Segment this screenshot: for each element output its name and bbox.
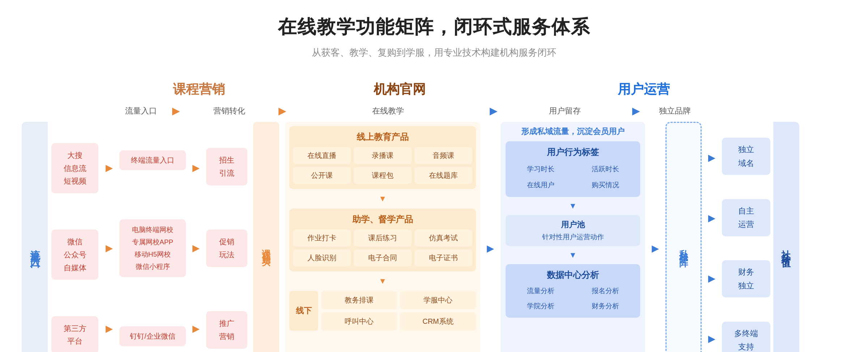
online-edu-cell-4: 公开课: [293, 167, 351, 184]
marketing-arrow-1: ▶: [192, 162, 200, 173]
marketing-tactic-2: 促销玩法: [206, 229, 247, 267]
course-buy-col: 课程购买: [253, 122, 279, 352]
retention-top-text: 形成私域流量，沉淀会员用户: [506, 126, 640, 137]
study-cell-2: 课后练习: [354, 229, 412, 246]
marketing-tactic-3: 推广营销: [206, 311, 247, 348]
arrow-4: ▶: [632, 105, 640, 117]
course-buy-label: 课程购买: [260, 242, 272, 254]
flow-step-2: 营销转化: [182, 106, 276, 116]
traffic-arrow-1: ▶: [106, 162, 113, 173]
arrow-2: ▶: [278, 105, 286, 117]
section-header-official: 机构官网: [282, 81, 517, 98]
marketing-arrow-col: ▶ ▶ ▶: [189, 122, 203, 352]
behavior-tag-title: 用户行为标签: [509, 146, 637, 158]
section-header-user-ops: 用户运营: [517, 81, 770, 98]
study-cell-4: 人脸识别: [293, 249, 351, 266]
offline-cell-2: 学服中心: [400, 291, 476, 309]
behavior-cell-1: 学习时长: [509, 162, 572, 176]
study-support-box: 助学、督学产品 作业打卡 课后练习 仿真考试 人脸识别 电子合同 电子证书: [289, 209, 476, 271]
online-edu-title: 线上教育产品: [293, 131, 472, 143]
traffic-col: 大搜信息流短视频 微信公众号自媒体 第三方平台: [48, 122, 102, 352]
behavior-cell-2: 活跃时长: [574, 162, 637, 176]
brand-arrow-4: ▶: [708, 333, 715, 344]
offline-cell-3: 呼叫中心: [321, 312, 397, 331]
user-pool-sub: 针对性用户运营动作: [509, 232, 637, 242]
left-label-col: 流量入口: [22, 122, 48, 352]
brand-arrow-1: ▶: [708, 152, 715, 163]
social-value-label: 社会价值: [780, 242, 793, 254]
online-edu-grid: 在线直播 录播课 音频课 公开课 课程包 在线题库: [293, 147, 472, 184]
online-edu-cell-1: 在线直播: [293, 147, 351, 164]
page-title: 在线教学功能矩阵，闭环式服务体系: [22, 14, 846, 40]
private-domain-label: 私域矩阵: [678, 242, 689, 254]
online-edu-cell-6: 在线题库: [414, 167, 472, 184]
brand-arrow-col: ▶ ▶ ▶ ▶: [705, 122, 719, 352]
offline-cell-1: 教务排课: [321, 291, 397, 309]
flow-step-1: 流量入口: [112, 106, 170, 116]
marketing-left-col: 终端流量入口 电脑终端网校专属网校APP移动H5网校微信小程序 钉钉/企业微信: [116, 122, 189, 352]
marketing-terminal-3: 钉钉/企业微信: [119, 326, 186, 346]
section-header-marketing: 课程营销: [116, 81, 282, 98]
study-support-title: 助学、督学产品: [293, 214, 472, 225]
online-edu-cell-2: 录播课: [354, 147, 412, 164]
study-support-grid: 作业打卡 课后练习 仿真考试 人脸识别 电子合同 电子证书: [293, 229, 472, 266]
data-center-title: 数据中心分析: [509, 269, 637, 281]
behavior-cell-3: 在线用户: [509, 178, 572, 192]
study-cell-1: 作业打卡: [293, 229, 351, 246]
traffic-item-3: 第三方平台: [51, 316, 98, 352]
blue-arrow-right: ▶: [652, 243, 659, 254]
data-cell-3: 学院分析: [509, 300, 572, 313]
study-cell-3: 仿真考试: [414, 229, 472, 246]
offline-label: 线下: [289, 291, 318, 331]
brand-arrow-3: ▶: [708, 273, 715, 284]
online-teaching-area: 线上教育产品 在线直播 录播课 音频课 公开课 课程包 在线题库 ▼ 助学、督学…: [285, 122, 480, 352]
user-pool-title: 用户池: [509, 219, 637, 230]
marketing-terminal-2: 电脑终端网校专属网校APP移动H5网校微信小程序: [119, 219, 186, 278]
arrow-3: ▶: [490, 105, 498, 117]
user-pool-down-arrow: ▼: [506, 250, 640, 260]
private-domain-col: 私域矩阵: [665, 122, 702, 352]
traffic-arrow-col: ▶ ▶ ▶: [102, 122, 116, 352]
arrow-1: ▶: [172, 105, 180, 117]
marketing-arrow-3: ▶: [192, 323, 200, 334]
data-center-grid: 流量分析 报名分析 学院分析 财务分析: [509, 284, 637, 313]
down-arrow-1: ▼: [289, 194, 476, 203]
online-edu-box: 线上教育产品 在线直播 录播课 音频课 公开课 课程包 在线题库: [289, 126, 476, 189]
study-cell-6: 电子证书: [414, 249, 472, 266]
data-center-box: 数据中心分析 流量分析 报名分析 学院分析 财务分析: [506, 264, 640, 318]
traffic-item-1: 大搜信息流短视频: [51, 143, 98, 193]
traffic-item-2: 微信公众号自媒体: [51, 229, 98, 280]
behavior-grid: 学习时长 活跃时长 在线用户 购买情况: [509, 162, 637, 192]
marketing-tactic-1: 招生引流: [206, 148, 247, 185]
offline-cell-4: CRM系统: [400, 312, 476, 331]
user-retention-area: 形成私域流量，沉淀会员用户 用户行为标签 学习时长 活跃时长 在线用户 购买情况…: [501, 122, 645, 352]
left-vertical-label: 流量入口: [28, 241, 42, 256]
down-arrow-2: ▼: [289, 276, 476, 286]
traffic-arrow-2: ▶: [106, 242, 113, 254]
brand-item-4: 多终端支持: [722, 322, 770, 352]
offline-row: 线下 教务排课 学服中心 呼叫中心 CRM系统: [289, 291, 476, 331]
online-edu-cell-5: 课程包: [354, 167, 412, 184]
behavior-tag-box: 用户行为标签 学习时长 活跃时长 在线用户 购买情况: [506, 141, 640, 197]
behavior-cell-4: 购买情况: [574, 178, 637, 192]
study-cell-5: 电子合同: [354, 249, 412, 266]
brand-item-1: 独立域名: [722, 138, 770, 175]
diagram-body: 流量入口 大搜信息流短视频 微信公众号自媒体 第三方平台 ▶ ▶ ▶ 终端流量入…: [22, 122, 846, 352]
behavior-down-arrow: ▼: [506, 201, 640, 211]
online-to-retention-arrow: ▶: [483, 122, 498, 352]
brand-col: 独立域名 自主运营 财务独立 多终端支持: [719, 122, 773, 352]
page-subtitle: 从获客、教学、复购到学服，用专业技术构建机构服务闭环: [22, 46, 846, 59]
marketing-arrow-2: ▶: [192, 242, 200, 254]
brand-item-2: 自主运营: [722, 199, 770, 236]
marketing-terminal-1: 终端流量入口: [119, 150, 186, 170]
data-cell-4: 财务分析: [574, 300, 637, 313]
offline-grid: 教务排课 学服中心 呼叫中心 CRM系统: [321, 291, 476, 331]
brand-arrow-2: ▶: [708, 213, 715, 224]
user-pool-box: 用户池 针对性用户运营动作: [506, 215, 640, 246]
flow-step-5: 独立品牌: [642, 106, 707, 116]
retention-to-private-arrow: ▶: [648, 122, 663, 352]
flow-step-3: 在线教学: [289, 106, 488, 116]
blue-arrow-mid: ▶: [487, 243, 494, 254]
brand-item-3: 财务独立: [722, 260, 770, 297]
data-cell-1: 流量分析: [509, 284, 572, 297]
